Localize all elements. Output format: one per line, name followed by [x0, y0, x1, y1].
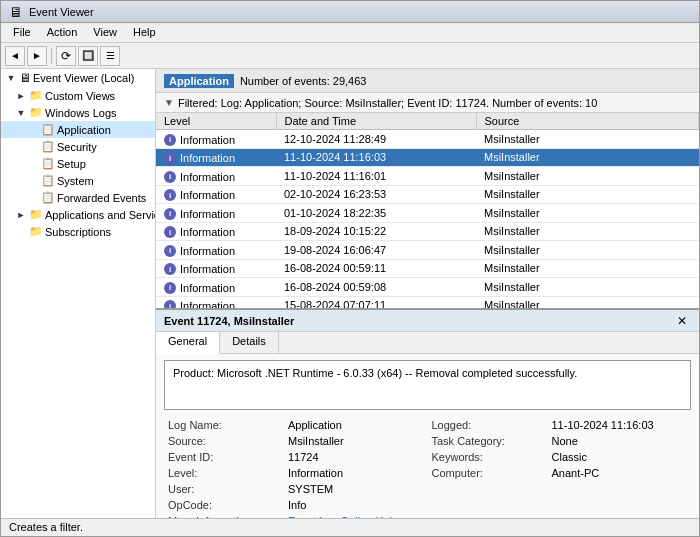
sidebar-label-setup: Setup: [57, 158, 86, 170]
cell-source: MsiInstaller: [476, 241, 699, 260]
window-title: Event Viewer: [29, 6, 94, 18]
sidebar: ▼ 🖥 Event Viewer (Local) ► 📁 Custom View…: [1, 69, 156, 518]
close-button[interactable]: ✕: [673, 314, 691, 328]
logged-value: 11-10-2024 11:16:03: [548, 418, 692, 432]
cell-datetime: 02-10-2024 16:23:53: [276, 185, 476, 204]
cell-datetime: 18-09-2024 10:15:22: [276, 222, 476, 241]
log-icon: 📋: [41, 157, 55, 170]
expand-icon: ▼: [15, 107, 27, 119]
sidebar-item-security[interactable]: 📋 Security: [1, 138, 155, 155]
status-text: Creates a filter.: [9, 521, 83, 533]
log-icon: 📋: [41, 174, 55, 187]
task-category-value: None: [548, 434, 692, 448]
sidebar-item-app-services-logs[interactable]: ► 📁 Applications and Services Lo...: [1, 206, 155, 223]
info-icon: i: [164, 263, 176, 275]
table-row[interactable]: iInformation11-10-2024 11:16:03MsiInstal…: [156, 148, 699, 167]
detail-content: Product: Microsoft .NET Runtime - 6.0.33…: [156, 354, 699, 518]
cell-source: MsiInstaller: [476, 296, 699, 308]
col-level: Level: [156, 113, 276, 130]
cell-datetime: 11-10-2024 11:16:01: [276, 167, 476, 186]
sidebar-item-application[interactable]: 📋 Application: [1, 121, 155, 138]
sidebar-item-custom-views[interactable]: ► 📁 Custom Views: [1, 87, 155, 104]
menu-help[interactable]: Help: [125, 25, 164, 40]
info-icon: i: [164, 208, 176, 220]
events-count: Number of events: 29,463: [240, 75, 367, 87]
filter-icon: ▼: [164, 97, 174, 108]
level-value: Information: [284, 466, 428, 480]
filter-button[interactable]: ☰: [100, 46, 120, 66]
table-row[interactable]: iInformation15-08-2024 07:07:11MsiInstal…: [156, 296, 699, 308]
cell-level: iInformation: [156, 278, 276, 297]
forward-button[interactable]: ►: [27, 46, 47, 66]
cell-level: iInformation: [156, 130, 276, 149]
cell-level: iInformation: [156, 167, 276, 186]
expand-icon: ▼: [5, 72, 17, 84]
event-viewer-window: 🖥 Event Viewer File Action View Help ◄ ►…: [0, 0, 700, 537]
log-icon: 📋: [41, 191, 55, 204]
cell-datetime: 16-08-2024 00:59:11: [276, 259, 476, 278]
sidebar-item-forwarded-events[interactable]: 📋 Forwarded Events: [1, 189, 155, 206]
sidebar-item-subscriptions[interactable]: 📁 Subscriptions: [1, 223, 155, 240]
info-icon: i: [164, 134, 176, 146]
keywords-value: Classic: [548, 450, 692, 464]
cell-level: iInformation: [156, 148, 276, 167]
cell-source: MsiInstaller: [476, 130, 699, 149]
expand-spacer: [27, 124, 39, 136]
cell-source: MsiInstaller: [476, 278, 699, 297]
sidebar-item-event-viewer-local[interactable]: ▼ 🖥 Event Viewer (Local): [1, 69, 155, 87]
cell-level: iInformation: [156, 296, 276, 308]
level-label: Level:: [164, 466, 284, 480]
cell-source: MsiInstaller: [476, 185, 699, 204]
menu-file[interactable]: File: [5, 25, 39, 40]
tab-details[interactable]: Details: [220, 332, 279, 353]
detail-header: Event 11724, MsiInstaller ✕: [156, 310, 699, 332]
refresh-button[interactable]: ⟳: [56, 46, 76, 66]
folder-icon: 📁: [29, 89, 43, 102]
sidebar-item-windows-logs[interactable]: ▼ 📁 Windows Logs: [1, 104, 155, 121]
expand-spacer: [27, 192, 39, 204]
menu-action[interactable]: Action: [39, 25, 86, 40]
cell-datetime: 16-08-2024 00:59:08: [276, 278, 476, 297]
table-row[interactable]: iInformation16-08-2024 00:59:11MsiInstal…: [156, 259, 699, 278]
opcode-value: Info: [284, 498, 428, 512]
table-header: Level Date and Time Source: [156, 113, 699, 130]
log-icon: 📋: [41, 140, 55, 153]
toolbar-separator: [51, 48, 52, 64]
back-button[interactable]: ◄: [5, 46, 25, 66]
sidebar-label-app-services-logs: Applications and Services Lo...: [45, 209, 156, 221]
events-title: Application: [164, 74, 234, 88]
table-row[interactable]: iInformation18-09-2024 10:15:22MsiInstal…: [156, 222, 699, 241]
menu-view[interactable]: View: [85, 25, 125, 40]
sidebar-item-setup[interactable]: 📋 Setup: [1, 155, 155, 172]
table-row[interactable]: iInformation11-10-2024 11:16:01MsiInstal…: [156, 167, 699, 186]
table-row[interactable]: iInformation02-10-2024 16:23:53MsiInstal…: [156, 185, 699, 204]
events-table[interactable]: Level Date and Time Source iInformation1…: [156, 113, 699, 308]
event-id-label: Event ID:: [164, 450, 284, 464]
info-icon: i: [164, 226, 176, 238]
cell-level: iInformation: [156, 204, 276, 223]
cell-datetime: 11-10-2024 11:16:03: [276, 148, 476, 167]
log-icon: 📋: [41, 123, 55, 136]
tab-general[interactable]: General: [156, 332, 220, 354]
properties-button[interactable]: 🔲: [78, 46, 98, 66]
table-row[interactable]: iInformation01-10-2024 18:22:35MsiInstal…: [156, 204, 699, 223]
cell-source: MsiInstaller: [476, 148, 699, 167]
info-icon: i: [164, 300, 176, 308]
expand-spacer: [27, 141, 39, 153]
cell-source: MsiInstaller: [476, 204, 699, 223]
info-icon: i: [164, 282, 176, 294]
right-panel: Application Number of events: 29,463 ▼ F…: [156, 69, 699, 518]
event-id-value: 11724: [284, 450, 428, 464]
filter-text: Filtered: Log: Application; Source: MsiI…: [178, 97, 597, 109]
menu-bar: File Action View Help: [1, 23, 699, 43]
main-content: ▼ 🖥 Event Viewer (Local) ► 📁 Custom View…: [1, 69, 699, 518]
logged-label: Logged:: [428, 418, 548, 432]
detail-tabs: General Details: [156, 332, 699, 354]
table-row[interactable]: iInformation12-10-2024 11:28:49MsiInstal…: [156, 130, 699, 149]
folder-icon: 📁: [29, 225, 43, 238]
table-row[interactable]: iInformation16-08-2024 00:59:08MsiInstal…: [156, 278, 699, 297]
computer-value: Anant-PC: [548, 466, 692, 480]
sidebar-item-system[interactable]: 📋 System: [1, 172, 155, 189]
table-row[interactable]: iInformation19-08-2024 16:06:47MsiInstal…: [156, 241, 699, 260]
empty4: [548, 498, 692, 512]
